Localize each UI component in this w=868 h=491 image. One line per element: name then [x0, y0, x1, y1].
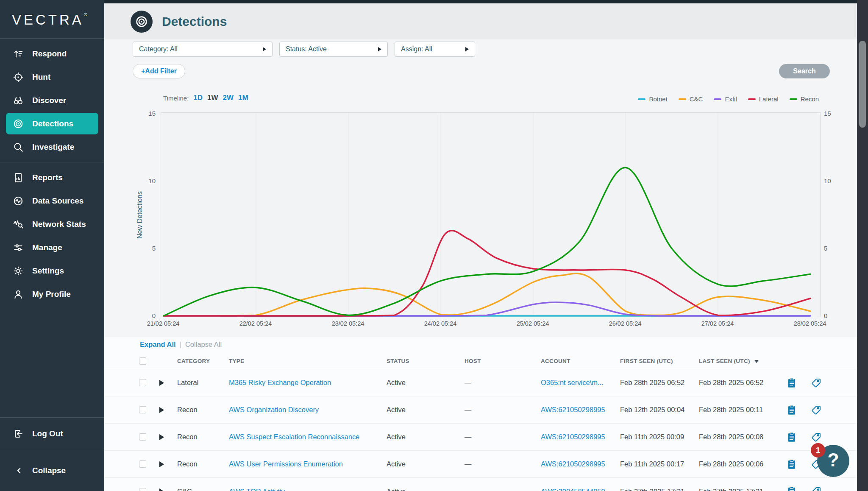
row-actions — [782, 377, 868, 388]
tag-icon[interactable] — [811, 377, 822, 388]
timeline-option-2w[interactable]: 2W — [223, 94, 234, 102]
row-checkbox[interactable] — [139, 460, 146, 468]
tag-icon[interactable] — [811, 486, 822, 491]
sidebar-nav-main: Respond Hunt Discover Detections Investi… — [0, 39, 104, 162]
column-header-last-seen[interactable]: LAST SEEN (UTC) — [699, 358, 782, 364]
notes-clipboard-icon[interactable] — [786, 459, 797, 470]
x-tick-label: 25/02 05:24 — [517, 320, 549, 327]
column-header-type[interactable]: TYPE — [229, 358, 387, 364]
timeline-option-1d[interactable]: 1D — [193, 94, 203, 102]
scrollbar-thumb[interactable] — [859, 41, 866, 128]
cell-host: — — [465, 460, 541, 468]
expand-row-icon[interactable] — [159, 488, 164, 491]
notes-clipboard-icon[interactable] — [786, 405, 797, 416]
notes-clipboard-icon[interactable] — [786, 377, 797, 388]
column-header-status[interactable]: STATUS — [387, 358, 465, 364]
account-link[interactable]: AWS:621050298995 — [541, 433, 620, 441]
assign-filter-dropdown[interactable]: Assign: All — [395, 42, 475, 57]
chart-legend: Botnet C&C Exfil Lateral Recon — [638, 95, 819, 103]
logout-icon — [13, 428, 24, 439]
row-checkbox[interactable] — [139, 488, 146, 491]
row-checkbox[interactable] — [139, 406, 146, 413]
column-header-host[interactable]: HOST — [465, 358, 541, 364]
chevron-left-icon — [15, 467, 23, 474]
column-header-category[interactable]: CATEGORY — [177, 358, 229, 364]
category-filter-dropdown[interactable]: Category: All — [133, 42, 273, 57]
category-filter-value: Category: All — [139, 45, 178, 53]
expand-row-icon[interactable] — [159, 407, 164, 413]
search-button[interactable]: Search — [779, 64, 830, 78]
account-link[interactable]: O365:nt service\m... — [541, 379, 620, 387]
expand-row-icon[interactable] — [159, 461, 164, 467]
caret-right-icon — [378, 47, 381, 51]
detections-header-icon — [131, 11, 153, 33]
help-button[interactable]: 1 ? — [817, 445, 849, 477]
expand-row-icon[interactable] — [159, 434, 164, 440]
logout-button[interactable]: Log Out — [0, 418, 104, 450]
notes-clipboard-icon[interactable] — [786, 432, 797, 443]
timeline-option-1w[interactable]: 1W — [207, 94, 218, 102]
sidebar-item-label: My Profile — [32, 290, 71, 299]
sidebar-item-data-sources[interactable]: Data Sources — [0, 189, 104, 212]
sidebar-item-manage[interactable]: Manage — [0, 236, 104, 259]
sidebar-item-investigate[interactable]: Investigate — [0, 135, 104, 159]
sidebar-item-discover[interactable]: Discover — [0, 89, 104, 112]
sidebar-item-respond[interactable]: Respond — [0, 42, 104, 65]
legend-item-botnet[interactable]: Botnet — [638, 95, 667, 103]
tag-icon[interactable] — [811, 432, 822, 443]
detection-type-link[interactable]: AWS Suspect Escalation Reconnaissance — [229, 433, 387, 441]
sidebar-item-settings[interactable]: Settings — [0, 259, 104, 282]
legend-item-exfil[interactable]: Exfil — [714, 95, 737, 103]
cell-first-seen: Feb 11th 2025 00:17 — [620, 460, 699, 468]
detections-icon — [13, 118, 24, 129]
logout-label: Log Out — [32, 429, 63, 438]
cell-first-seen: Feb 28th 2025 06:52 — [620, 379, 699, 387]
caret-right-icon — [465, 47, 469, 51]
expand-row-icon[interactable] — [159, 380, 164, 386]
add-filter-button[interactable]: +Add Filter — [133, 64, 185, 78]
notes-clipboard-icon[interactable] — [786, 486, 797, 491]
expand-all-button[interactable]: Expand All — [140, 340, 176, 348]
sidebar-spacer — [0, 309, 104, 417]
detection-type-link[interactable]: AWS User Permissions Enumeration — [229, 460, 387, 468]
collapse-all-button[interactable]: Collapse All — [185, 340, 222, 348]
collapse-sidebar-button[interactable]: Collapse — [0, 450, 104, 491]
tag-icon[interactable] — [811, 405, 822, 416]
detections-timeline-chart: Timeline: 1D 1W 2W 1M Botnet C&C Exfil L… — [104, 91, 868, 337]
legend-item-cc[interactable]: C&C — [679, 95, 703, 103]
detection-type-link[interactable]: AWS Organization Discovery — [229, 406, 387, 414]
row-checkbox[interactable] — [139, 433, 146, 441]
cell-status: Active — [387, 433, 465, 441]
column-header-account[interactable]: ACCOUNT — [541, 358, 620, 364]
botnet-color-chip — [638, 98, 645, 100]
sidebar-item-label: Discover — [32, 96, 66, 105]
sidebar-item-label: Reports — [32, 173, 63, 182]
registered-mark: ® — [84, 12, 87, 17]
detection-type-link[interactable]: M365 Risky Exchange Operation — [229, 379, 387, 387]
cell-first-seen: Feb 27th 2025 17:21 — [620, 488, 699, 491]
sidebar-item-label: Settings — [32, 266, 64, 276]
detection-type-link[interactable]: AWS TOR Activity — [229, 488, 387, 491]
legend-item-lateral[interactable]: Lateral — [748, 95, 779, 103]
account-link[interactable]: AWS:290458544950 — [541, 488, 620, 491]
row-checkbox[interactable] — [139, 379, 146, 386]
select-all-checkbox[interactable] — [139, 357, 146, 365]
caret-right-icon — [263, 47, 266, 51]
status-filter-dropdown[interactable]: Status: Active — [279, 42, 388, 57]
cell-first-seen: Feb 12th 2025 00:04 — [620, 406, 699, 414]
account-link[interactable]: AWS:621050298995 — [541, 460, 620, 468]
plot-area — [161, 112, 821, 317]
y-tick-right: 15 — [824, 110, 831, 117]
column-header-first-seen[interactable]: FIRST SEEN (UTC) — [620, 358, 699, 364]
sidebar-item-detections[interactable]: Detections — [6, 113, 98, 134]
sidebar-item-my-profile[interactable]: My Profile — [0, 282, 104, 306]
sidebar-item-reports[interactable]: Reports — [0, 166, 104, 189]
cell-category: Recon — [177, 433, 229, 441]
sidebar-item-network-stats[interactable]: Network Stats — [0, 212, 104, 236]
account-link[interactable]: AWS:621050298995 — [541, 406, 620, 414]
legend-item-recon[interactable]: Recon — [790, 95, 819, 103]
table-header: CATEGORY TYPE STATUS HOST ACCOUNT FIRST … — [104, 353, 868, 369]
timeline-option-1m[interactable]: 1M — [238, 94, 248, 102]
page-header: Detections — [104, 3, 868, 39]
sidebar-item-hunt[interactable]: Hunt — [0, 65, 104, 89]
